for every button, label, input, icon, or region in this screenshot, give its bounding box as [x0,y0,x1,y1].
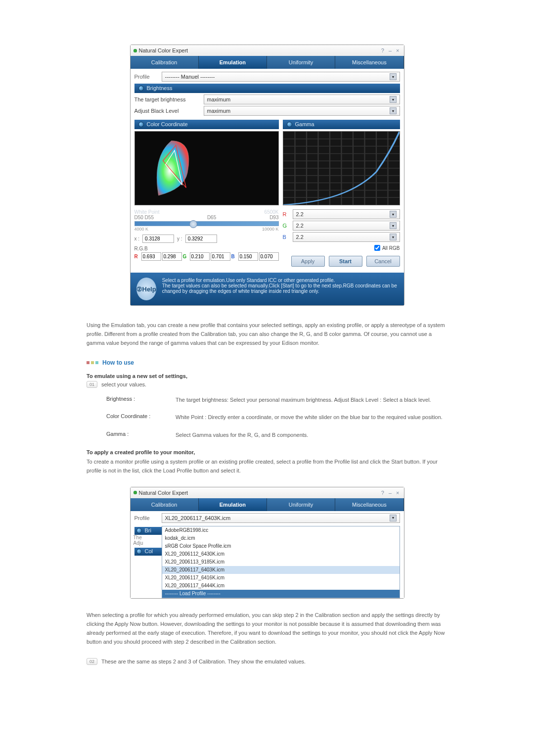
main-tabs: Calibration Emulation Uniformity Miscell… [131,56,404,69]
def-term-gamma: Gamma : [106,431,176,439]
cie-gamut-chart[interactable] [134,131,279,205]
white-point-label: White Point [134,209,160,215]
ghost-col: Col [145,547,153,556]
tab-calibration[interactable]: Calibration [131,56,199,69]
window-titlebar: Natural Color Expert ? – × [131,487,404,498]
scale-d65: D65 [207,215,216,220]
window-controls[interactable]: ? – × [381,490,401,496]
dd-item[interactable]: XL20_2006117_6444K.icm [162,582,400,590]
color-coord-header: Color Coordinate [147,120,188,129]
target-brightness-value: maximum [207,96,231,102]
bullet-icon [136,549,142,554]
app-title: Natural Color Expert [139,47,188,53]
tab-calibration[interactable]: Calibration [131,498,199,511]
dd-item[interactable]: XL20_2006113_9185K.icm [162,558,400,566]
chevron-down-icon: ▾ [390,107,397,114]
slider-min: 4000 K [134,227,149,232]
black-level-label: Adjust Black Level [134,108,204,114]
def-desc-color: White Point : Directly enter a coordinat… [176,413,447,422]
gamma-g-select[interactable]: 2.2▾ [293,221,400,231]
target-brightness-select[interactable]: maximum▾ [204,94,400,104]
rgb-section-label: R.G.B [134,246,279,251]
scale-d93: D93 [269,215,278,220]
chevron-down-icon: ▾ [390,73,397,80]
b-x[interactable] [238,252,258,261]
intro-paragraph: Using the Emulation tab, you can create … [87,321,447,347]
def-term-color: Color Coordinate : [106,413,176,422]
profile-select[interactable]: XL20_2006117_6403K.icm ▾ [162,513,400,523]
slider-thumb[interactable] [189,220,197,228]
def-term-brightness: Brightness : [106,396,176,404]
gamma-chart [283,131,400,205]
dd-item[interactable]: AdobeRGB1998.icc [162,526,400,534]
g-y[interactable] [211,252,230,261]
tab-emulation[interactable]: Emulation [199,498,267,511]
window-controls[interactable]: ? – × [381,47,401,53]
start-button[interactable]: Start [329,256,362,267]
dd-item-load-profile[interactable]: -------- Load Profile -------- [162,590,400,598]
all-rgb-label: All RGB [382,245,400,251]
apply-profile-heading: To apply a created profile to your monit… [87,449,447,455]
ghost-adj: Adju [134,540,162,546]
tab-miscellaneous[interactable]: Miscellaneous [335,498,403,511]
def-desc-brightness: The target brightness: Select your perso… [176,396,447,404]
help-panel: ② Help Select a profile for emulation.Us… [131,273,404,305]
white-point-slider[interactable] [134,221,279,226]
help-text: Select a profile for emulation.Use only … [162,278,398,294]
brightness-header: Brightness [147,84,173,93]
help-icon: ② Help [136,278,156,300]
app-logo: Natural Color Expert [134,490,188,496]
chevron-down-icon: ▾ [390,211,397,218]
step-02-text: These are the same as steps 2 and 3 of C… [101,659,306,664]
profile-dropdown-list[interactable]: AdobeRGB1998.icc kodak_dc.icm sRGB Color… [162,526,400,598]
dd-item[interactable]: XL20_2006112_6430K.icm [162,550,400,558]
dd-item-selected[interactable]: XL20_2006117_6403K.icm [162,566,400,574]
nce-window-emulation: Natural Color Expert ? – × Calibration E… [130,45,404,306]
black-level-value: maximum [207,108,231,114]
section-color-coordinate: Color Coordinate [134,120,279,129]
emulate-new-heading: To emulate using a new set of settings, [87,373,447,379]
profile-select[interactable]: -------- Manuel -------- ▾ [162,72,400,82]
bullet-icon [287,122,292,127]
gamma-b-select[interactable]: 2.2▾ [293,232,400,242]
nce-window-profile-dropdown: Natural Color Expert ? – × Calibration E… [130,487,404,599]
section-marker-icon [87,361,98,364]
all-rgb-checkbox[interactable] [374,245,380,251]
tab-emulation[interactable]: Emulation [199,56,267,69]
chevron-down-icon: ▾ [390,515,397,521]
g-x[interactable] [190,252,210,261]
step-badge-02: 02 [87,658,97,665]
black-level-select[interactable]: maximum▾ [204,106,400,116]
tab-uniformity[interactable]: Uniformity [267,498,335,511]
x-input[interactable] [142,235,174,243]
step-01-text: select your values. [101,381,146,387]
section-brightness-ghost: Bri [134,527,162,535]
bullet-icon [138,122,144,127]
cancel-button[interactable]: Cancel [366,256,400,267]
ghost-the: The [134,535,162,540]
dd-item[interactable]: sRGB Color Space Profile.icm [162,542,400,550]
app-title: Natural Color Expert [139,490,188,496]
apply-button[interactable]: Apply [291,256,325,267]
gamma-r-select[interactable]: 2.2▾ [293,209,400,219]
section-gamma: Gamma [283,120,400,129]
tab-uniformity[interactable]: Uniformity [267,56,335,69]
g-letter: G [183,254,189,259]
profile-label: Profile [134,515,162,521]
b-y[interactable] [259,252,279,261]
gamma-b-label: B [283,234,290,240]
gamma-b-value: 2.2 [296,234,304,240]
y-label: y : [177,236,182,241]
tab-miscellaneous[interactable]: Miscellaneous [335,56,403,69]
r-x[interactable] [141,252,161,261]
x-label: x : [134,236,140,241]
dd-item[interactable]: XL20_2006117_6416K.icm [162,574,400,582]
dd-item[interactable]: kodak_dc.icm [162,534,400,542]
y-input[interactable] [185,235,217,243]
white-point-k: 6500K [265,209,279,215]
gamma-header: Gamma [295,120,314,129]
gamma-g-value: 2.2 [296,223,304,229]
def-desc-gamma: Select Gamma values for the R, G, and B … [176,431,447,439]
skip-step-paragraph: When selecting a profile for which you a… [87,611,447,647]
r-y[interactable] [162,252,182,261]
